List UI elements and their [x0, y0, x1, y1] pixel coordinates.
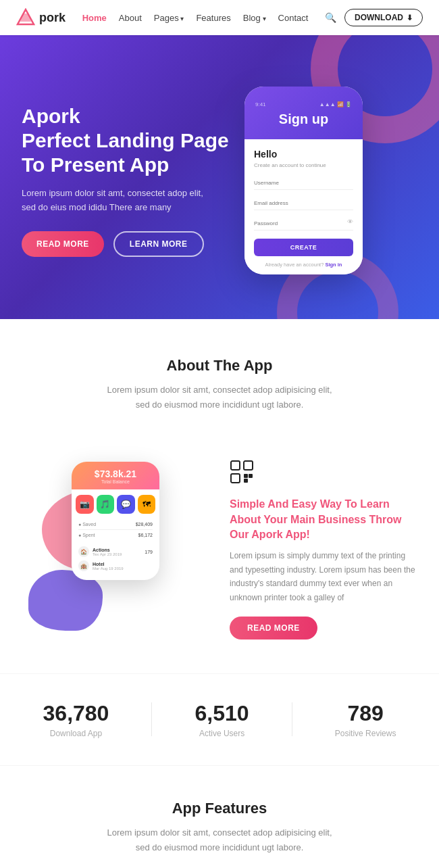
showcase-phone: $73.8k.21 Total Balance 📷 🎵 💬 🗺 ● Saved …: [72, 462, 159, 580]
sp-header: $73.8k.21 Total Balance: [72, 462, 159, 489]
nav-about[interactable]: About: [119, 13, 142, 23]
sp-amount-label: Total Balance: [78, 479, 153, 484]
stat-reviews: 789 Positive Reviews: [335, 701, 396, 738]
hero-title: Apork Perfect Landing Page To Present Ap…: [22, 104, 231, 177]
showcase-left: $73.8k.21 Total Balance 📷 🎵 💬 🗺 ● Saved …: [22, 462, 209, 637]
svg-rect-4: [231, 474, 240, 483]
showcase-title: Simple And Easy Way To Learn About Your …: [230, 497, 417, 542]
phone-body: Hello Create an account to continue 👁 CR…: [244, 139, 363, 274]
stat-divider-1: [151, 702, 152, 736]
phone-mockup: 9:41 ▲▲▲ 📶 🔋 Sign up Hello Create an acc…: [244, 87, 363, 274]
nav-pages[interactable]: Pages: [154, 13, 184, 23]
svg-rect-2: [231, 461, 240, 470]
stats-section: 36,780 Download App 6,510 Active Users 7…: [0, 673, 439, 766]
stat-reviews-label: Positive Reviews: [335, 729, 396, 738]
hero-description: Lorem ipsum dolor sit amt, consectet ado…: [22, 187, 211, 215]
nav-links: Home About Pages Features Blog Contact: [82, 13, 309, 23]
grid-icon: [230, 460, 254, 484]
hero-content: Apork Perfect Landing Page To Present Ap…: [22, 104, 231, 257]
sp-tx-1: 🏠 Actions Tex Apr 23 2019 179: [78, 546, 153, 557]
sp-stats: ● Saved $28,409 ● Spent $6,172: [72, 518, 159, 544]
download-label: DOWNLOAD: [355, 13, 403, 22]
svg-rect-5: [244, 474, 248, 478]
hero-buttons: READ MORE LEARN MORE: [22, 231, 231, 257]
showcase-description: Lorem ipsum is simply dummy text of the …: [230, 549, 417, 604]
stat-reviews-number: 789: [335, 701, 396, 726]
nav-features[interactable]: Features: [196, 13, 230, 23]
eye-icon: 👁: [347, 218, 353, 225]
hero-learn-more-button[interactable]: LEARN MORE: [113, 231, 204, 257]
nav-home[interactable]: Home: [82, 13, 107, 23]
phone-email-field[interactable]: [254, 197, 353, 210]
phone-header: 9:41 ▲▲▲ 📶 🔋 Sign up: [244, 87, 363, 139]
download-icon: ⬇: [407, 14, 413, 22]
phone-signup-text: Sign up: [255, 112, 352, 127]
stat-users-number: 6,510: [195, 701, 249, 726]
hero-phone: 9:41 ▲▲▲ 📶 🔋 Sign up Hello Create an acc…: [244, 87, 363, 274]
about-section: About The App Lorem ipsum dolor sit amt,…: [0, 319, 439, 439]
hero-read-more-button[interactable]: READ MORE: [22, 231, 104, 257]
phone-hello: Hello: [254, 149, 353, 160]
stat-downloads-number: 36,780: [43, 701, 109, 726]
stat-users: 6,510 Active Users: [195, 701, 249, 738]
stat-downloads-label: Download App: [43, 729, 109, 738]
sp-stat-spent: ● Spent $6,172: [78, 533, 153, 537]
showcase-read-more-button[interactable]: READ MORE: [230, 617, 317, 640]
phone-footer: Already have an account? Sign in: [254, 262, 353, 268]
sp-app-grid: 📷 🎵 💬 🗺: [72, 489, 159, 518]
download-button[interactable]: DOWNLOAD ⬇: [344, 9, 423, 26]
phone-password-field[interactable]: [254, 217, 353, 231]
hero-section: Apork Perfect Landing Page To Present Ap…: [0, 35, 439, 319]
sp-transactions: 🏠 Actions Tex Apr 23 2019 179 🏨 Hotel Ma…: [72, 544, 159, 580]
sp-app-1: 📷: [76, 495, 94, 514]
svg-rect-6: [249, 474, 253, 478]
phone-status-bar: 9:41 ▲▲▲ 📶 🔋: [255, 101, 352, 107]
phone-create-button[interactable]: CREATE: [254, 239, 353, 256]
stat-users-label: Active Users: [195, 729, 249, 738]
navbar-right: 🔍 DOWNLOAD ⬇: [325, 9, 423, 26]
svg-rect-3: [244, 461, 253, 470]
features-section: App Features Lorem ipsum dolor sit amt, …: [0, 766, 439, 868]
nav-contact[interactable]: Contact: [278, 13, 309, 23]
showcase-right: Simple And Easy Way To Learn About Your …: [230, 460, 417, 640]
sp-stat-saved: ● Saved $28,409: [78, 522, 153, 527]
sp-app-4: 🗺: [138, 495, 156, 514]
features-title: App Features: [16, 800, 423, 817]
nav-blog[interactable]: Blog: [243, 13, 266, 23]
svg-rect-7: [244, 479, 248, 483]
features-description: Lorem ipsum dolor sit amt, consectet ado…: [105, 825, 334, 855]
sp-amount: $73.8k.21: [78, 468, 153, 479]
sp-app-3: 💬: [117, 495, 135, 514]
stat-divider-2: [292, 702, 292, 736]
navbar: pork Home About Pages Features Blog Cont…: [0, 0, 439, 35]
showcase-section: $73.8k.21 Total Balance 📷 🎵 💬 🗺 ● Saved …: [0, 439, 439, 673]
search-icon[interactable]: 🔍: [325, 12, 336, 23]
phone-username-field[interactable]: [254, 176, 353, 190]
feature-icon: [230, 460, 417, 489]
logo-icon: [16, 8, 35, 27]
phone-sub: Create an account to continue: [254, 162, 353, 168]
about-title: About The App: [22, 357, 417, 375]
logo[interactable]: pork: [16, 8, 66, 27]
phone-password-row: 👁: [254, 216, 353, 236]
logo-text: pork: [39, 11, 66, 25]
stat-downloads: 36,780 Download App: [43, 701, 109, 738]
sp-app-2: 🎵: [97, 495, 115, 514]
about-description: Lorem ipsum dolor sit amt, consectet ado…: [105, 383, 334, 412]
sp-tx-2: 🏨 Hotel Mar Aug 19 2019: [78, 560, 153, 571]
